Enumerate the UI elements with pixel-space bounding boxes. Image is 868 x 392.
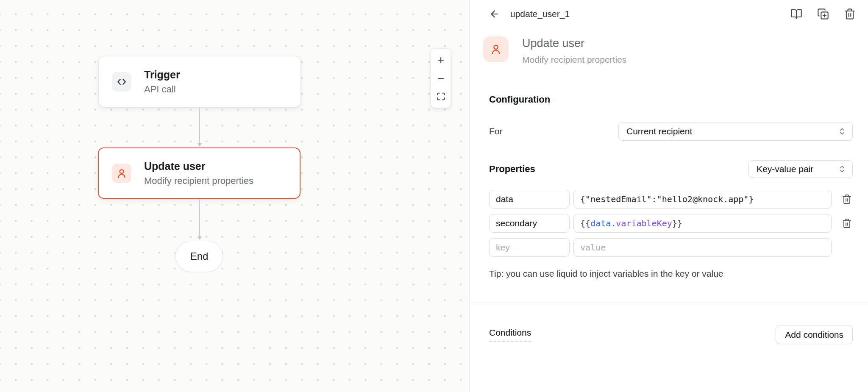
node-trigger[interactable]: Trigger API call: [98, 56, 301, 107]
user-icon: [112, 164, 131, 183]
fit-view-button[interactable]: [432, 87, 449, 106]
zoom-controls: + −: [431, 48, 451, 108]
key-value-row: [489, 238, 853, 257]
for-select[interactable]: Current recipient: [618, 122, 853, 141]
workflow-editor: Trigger API call Update user Modify reci…: [0, 0, 868, 392]
delete-row-button[interactable]: [841, 217, 853, 229]
configuration-section: Configuration For Current recipient Prop…: [470, 77, 868, 279]
divider: [470, 303, 868, 303]
step-settings-panel: update_user_1: [470, 0, 868, 392]
add-conditions-button[interactable]: Add conditions: [776, 325, 853, 344]
copy-plus-icon: [817, 8, 829, 20]
chevrons-up-down-icon: [838, 127, 846, 136]
property-value-liquid-input[interactable]: {{data.variableKey}}: [573, 214, 832, 233]
properties-heading: Properties: [489, 164, 535, 175]
for-select-value: Current recipient: [626, 126, 838, 136]
zoom-out-button[interactable]: −: [432, 69, 449, 87]
panel-header: update_user_1: [470, 0, 868, 28]
node-update-user[interactable]: Update user Modify recipient properties: [98, 147, 300, 199]
delete-step-button[interactable]: [843, 8, 856, 20]
step-title[interactable]: Update user: [522, 37, 626, 50]
step-key-title: update_user_1: [510, 9, 570, 19]
property-value-input[interactable]: [573, 238, 832, 257]
end-label: End: [190, 250, 209, 262]
user-icon: [483, 36, 509, 62]
liquid-path-token: data.: [590, 218, 616, 228]
workflow-canvas[interactable]: Trigger API call Update user Modify reci…: [0, 0, 470, 392]
property-value-input[interactable]: [573, 190, 832, 209]
conditions-section: Conditions Add conditions: [489, 325, 853, 344]
header-actions: [790, 8, 856, 20]
key-value-rows: {{data.variableKey}}: [489, 190, 853, 257]
property-key-input[interactable]: [489, 238, 570, 257]
duplicate-step-button[interactable]: [817, 8, 829, 20]
liquid-tip-text: Tip: you can use liquid to inject variab…: [489, 269, 853, 279]
docs-button[interactable]: [790, 8, 803, 20]
node-subtitle: Modify recipient properties: [144, 175, 253, 186]
zoom-in-button[interactable]: +: [432, 51, 449, 69]
edge-update-to-end: [199, 199, 200, 236]
back-button[interactable]: [488, 8, 501, 20]
key-value-row: [489, 190, 853, 209]
for-row: For Current recipient: [489, 122, 853, 141]
step-header: Update user Modify recipient properties: [470, 28, 868, 77]
trash-icon: [844, 8, 856, 20]
book-open-icon: [790, 8, 802, 20]
properties-mode-select[interactable]: Key-value pair: [748, 160, 853, 178]
arrow-left-icon: [489, 8, 500, 19]
configuration-heading: Configuration: [489, 94, 853, 105]
property-key-input[interactable]: [489, 190, 570, 209]
code-icon: [112, 72, 131, 92]
delete-row-button[interactable]: [841, 193, 853, 205]
liquid-open-braces: {{: [580, 218, 590, 228]
edge-trigger-to-update: [199, 108, 200, 143]
node-title: Update user: [144, 160, 253, 172]
trash-icon: [842, 218, 852, 228]
properties-row: Properties Key-value pair: [489, 160, 853, 178]
chevrons-up-down-icon: [838, 165, 846, 173]
node-end[interactable]: End: [175, 241, 223, 272]
key-value-row: {{data.variableKey}}: [489, 214, 853, 233]
liquid-name-token: variableKey: [616, 218, 672, 228]
fit-view-icon: [437, 92, 445, 101]
node-title: Trigger: [144, 69, 180, 81]
property-key-input[interactable]: [489, 214, 570, 233]
conditions-heading: Conditions: [489, 328, 531, 342]
node-subtitle: API call: [144, 84, 180, 95]
step-subtitle: Modify recipient properties: [522, 55, 626, 65]
trash-icon: [842, 194, 852, 204]
properties-mode-value: Key-value pair: [757, 164, 838, 174]
for-label: For: [489, 126, 618, 136]
liquid-close-braces: }}: [672, 218, 682, 228]
